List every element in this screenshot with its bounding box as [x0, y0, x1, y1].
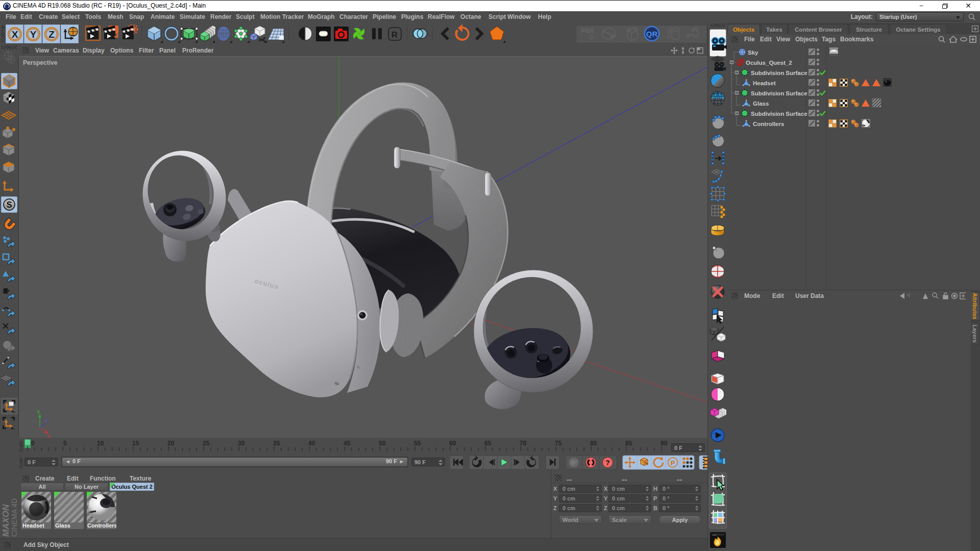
svg-text:Subdivision Surface: Subdivision Surface	[751, 111, 807, 117]
svg-text:45: 45	[344, 440, 351, 447]
svg-text:Glass: Glass	[55, 522, 70, 529]
svg-text:85: 85	[625, 440, 632, 447]
svg-text:35: 35	[273, 440, 280, 447]
svg-text:QR: QR	[646, 30, 658, 38]
svg-text:25: 25	[203, 440, 210, 447]
svg-text:10: 10	[97, 440, 104, 447]
svg-text:Subdivision Surface: Subdivision Surface	[751, 90, 807, 96]
svg-text:Y: Y	[37, 410, 40, 415]
svg-text:75: 75	[555, 440, 562, 447]
svg-text:0: 0	[589, 33, 593, 41]
svg-text:?: ?	[605, 459, 610, 467]
svg-text:Headset: Headset	[753, 80, 776, 86]
svg-text:15: 15	[132, 440, 139, 447]
svg-text:5: 5	[63, 440, 67, 447]
svg-text:R: R	[391, 30, 398, 40]
svg-text:50: 50	[379, 440, 386, 447]
svg-text:20: 20	[167, 440, 175, 447]
svg-text:0: 0	[31, 440, 35, 447]
svg-text:S: S	[7, 201, 12, 209]
svg-text:Subdivision Surface: Subdivision Surface	[751, 70, 807, 76]
svg-text:40: 40	[308, 440, 315, 447]
svg-text:c4d: c4d	[713, 534, 716, 536]
svg-text:90: 90	[660, 440, 668, 447]
svg-text:Z: Z	[48, 29, 55, 40]
svg-text:70: 70	[520, 440, 527, 447]
svg-text:X: X	[12, 29, 18, 40]
svg-text:Oculus_Quest_2: Oculus_Quest_2	[746, 60, 792, 66]
svg-text:30: 30	[238, 440, 245, 447]
svg-text:60: 60	[449, 440, 456, 447]
svg-text:55: 55	[414, 440, 421, 447]
svg-text:80: 80	[590, 440, 597, 447]
svg-text:MAXON: MAXON	[1, 504, 11, 537]
svg-text:Controllers: Controllers	[753, 121, 784, 127]
svg-text:Headset: Headset	[22, 522, 44, 529]
svg-text:Glass: Glass	[753, 101, 769, 107]
svg-text:P: P	[671, 459, 675, 467]
svg-text:Z: Z	[45, 418, 48, 423]
svg-text:Controllers: Controllers	[87, 522, 116, 529]
svg-text:65: 65	[484, 440, 492, 447]
svg-text:CINEMA 4D: CINEMA 4D	[10, 498, 18, 537]
svg-text:Sky: Sky	[748, 49, 758, 56]
svg-text:Y: Y	[30, 29, 37, 40]
